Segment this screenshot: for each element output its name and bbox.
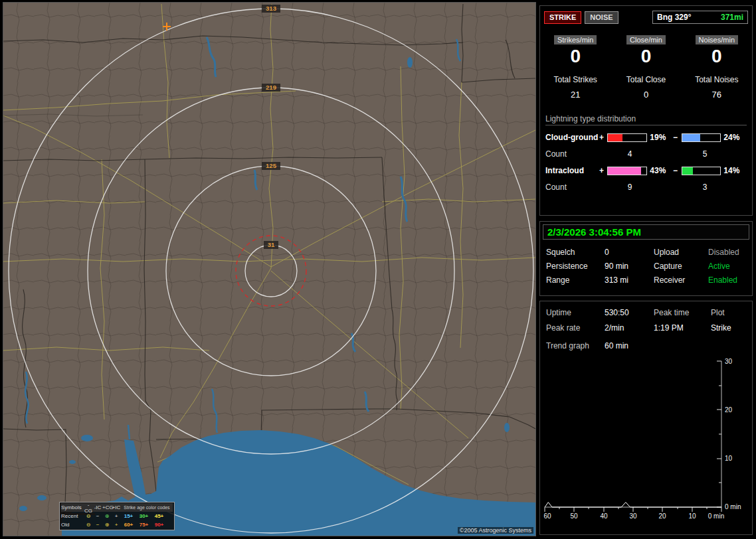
uptime-grid: Uptime 530:50 Peak time Plot Peak rate 2… — [540, 301, 752, 333]
strikes-per-min-value: 0 — [540, 47, 611, 66]
peak-time-value: 1:19 PM — [654, 323, 711, 333]
age-30: 30+ — [136, 513, 151, 519]
upload-label: Upload — [654, 248, 708, 257]
trend-x-labels: 60 50 40 30 20 10 0 min — [543, 512, 724, 520]
peak-rate-value: 2/min — [605, 323, 654, 333]
total-strikes-value: 21 — [540, 90, 611, 100]
rates-row: Strikes/min 0 Close/min 0 Noises/min 0 — [540, 33, 752, 66]
persistence-value: 90 min — [605, 262, 654, 271]
plus-sign: + — [599, 133, 608, 142]
ic-plus-bar — [607, 167, 647, 175]
svg-text:20: 20 — [658, 512, 666, 520]
noise-button[interactable]: NOISE — [585, 11, 618, 24]
pos-cg-old-icon: ⊕ — [102, 522, 112, 528]
age-45: 45+ — [151, 513, 167, 519]
upload-status: Disabled — [708, 248, 752, 257]
svg-text:10: 10 — [725, 455, 733, 462]
plus-sign: + — [599, 166, 608, 175]
count-label: Count — [545, 183, 601, 192]
neg-cg-icon: ⊖ — [84, 513, 93, 519]
pos-ic-old-icon: + — [112, 522, 121, 528]
datetime-display: 2/3/2026 3:04:56 PM — [543, 224, 749, 240]
trend-line — [545, 502, 721, 507]
bearing-value: Bng 329° — [657, 13, 691, 22]
svg-text:30: 30 — [725, 358, 733, 365]
ic-plus-pct: 43% — [647, 166, 673, 175]
bearing-distance: 371mi — [721, 13, 743, 22]
noises-per-min-label: Noises/min — [696, 35, 738, 44]
intracloud-count-row: Count 9 3 — [545, 183, 747, 192]
total-noises-label: Total Noises — [682, 75, 752, 84]
noises-per-min-value: 0 — [682, 47, 752, 66]
cg-minus-bar — [682, 133, 721, 142]
ic-plus-count: 9 — [610, 183, 650, 192]
legend-old-label: Old — [61, 522, 84, 528]
cg-plus-pct: 19% — [647, 133, 673, 142]
cloud-ground-count-row: Count 4 5 — [545, 149, 747, 159]
settings-grid: Squelch 0 Upload Disabled Persistence 90… — [540, 242, 752, 285]
svg-text:10: 10 — [688, 512, 696, 520]
mode-header: STRIKE NOISE Bng 329° 371mi — [540, 6, 752, 24]
ic-minus-count: 3 — [685, 183, 725, 192]
legend-recent-label: Recent — [61, 513, 84, 519]
total-strikes-label: Total Strikes — [540, 75, 611, 84]
neg-ic-old-icon: − — [93, 522, 102, 528]
ic-minus-bar-fill — [682, 167, 693, 175]
intracloud-row: Intracloud + 43% − 14% — [545, 166, 747, 175]
cloud-ground-label: Cloud-ground — [545, 133, 599, 142]
neg-cg-old-icon: ⊖ — [84, 522, 93, 528]
receiver-label: Receiver — [654, 275, 708, 285]
range-value: 313 mi — [605, 275, 654, 285]
minus-sign: − — [673, 166, 682, 175]
cg-plus-count: 4 — [610, 149, 650, 159]
legend-header-pic: +IC — [112, 504, 121, 510]
persistence-label: Persistence — [546, 262, 605, 271]
svg-text:60: 60 — [543, 512, 551, 520]
age-60: 60+ — [121, 522, 136, 528]
svg-text:0 min: 0 min — [708, 512, 724, 520]
neg-ic-icon: − — [93, 513, 102, 519]
trend-graph: 30 20 10 0 min 60 50 40 30 20 10 0 min — [541, 356, 752, 523]
strike-button[interactable]: STRIKE — [544, 11, 581, 24]
bearing-display: Bng 329° 371mi — [652, 11, 748, 24]
cg-plus-bar-fill — [608, 134, 622, 141]
trend-window-value: 60 min — [605, 341, 628, 350]
trend-ticks — [545, 361, 721, 512]
count-label: Count — [545, 149, 601, 159]
legend-header-ncg: -CG — [84, 502, 93, 514]
svg-text:20: 20 — [725, 406, 733, 414]
ic-plus-bar-fill — [608, 167, 641, 175]
intracloud-label: Intracloud — [545, 166, 599, 175]
trend-y-labels: 30 20 10 0 min — [725, 358, 741, 510]
age-75: 75+ — [136, 522, 151, 528]
trend-graph-label: Trend graph — [546, 341, 605, 350]
app-window: 313 219 125 31 Symbols -CG -IC +CG +IC S… — [0, 0, 756, 539]
minus-sign: − — [673, 133, 682, 142]
trend-header: Trend graph 60 min — [540, 333, 752, 350]
legend-age-title: Strike age color codes — [121, 505, 173, 510]
cg-plus-bar — [607, 133, 647, 142]
peak-time-label: Peak time — [654, 308, 711, 317]
plot-value: Strike — [711, 323, 752, 333]
map-area: 313 219 125 31 Symbols -CG -IC +CG +IC S… — [3, 3, 535, 536]
uptime-label: Uptime — [546, 308, 605, 317]
trend-axes — [545, 361, 721, 507]
close-per-min-label: Close/min — [626, 35, 666, 44]
capture-status: Active — [708, 262, 752, 271]
squelch-value: 0 — [605, 248, 654, 257]
cg-minus-pct: 24% — [721, 133, 747, 142]
totals-row: Total Strikes 21 Total Close 0 Total Noi… — [540, 75, 752, 100]
svg-text:50: 50 — [570, 512, 578, 520]
legend-header-pcg: +CG — [102, 504, 112, 510]
control-panel: STRIKE NOISE Bng 329° 371mi Strikes/min … — [539, 0, 753, 539]
total-close-value: 0 — [611, 90, 681, 100]
map-canvas[interactable]: 313 219 125 31 — [3, 3, 535, 536]
total-noises-value: 76 — [682, 90, 752, 100]
capture-label: Capture — [654, 262, 708, 271]
cloud-ground-row: Cloud-ground + 19% − 24% — [545, 133, 747, 142]
range-label-31: 31 — [268, 241, 275, 248]
close-per-min-value: 0 — [611, 47, 681, 66]
svg-text:40: 40 — [600, 512, 608, 520]
age-15: 15+ — [121, 513, 136, 519]
plot-label: Plot — [711, 308, 752, 317]
